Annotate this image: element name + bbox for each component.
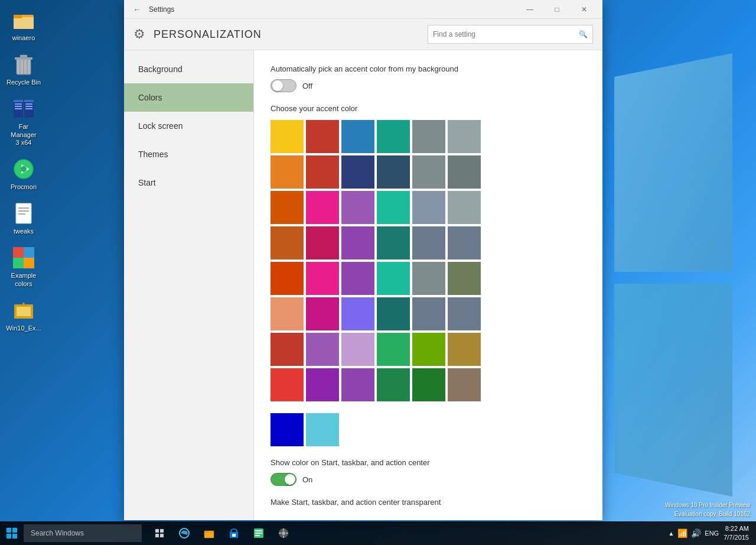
desktop-icon-winaero[interactable]: winaero	[3, 6, 44, 44]
color-swatch-r0c3[interactable]	[377, 120, 410, 153]
maximize-button[interactable]: □	[543, 0, 571, 19]
svg-marker-33	[21, 302, 26, 306]
auto-accent-label: Automatically pick an accent color from …	[271, 64, 586, 73]
desktop-icon-tweaks[interactable]: tweaks	[3, 199, 44, 238]
taskbar-explorer-button[interactable]	[197, 521, 221, 545]
color-swatch-r5c4[interactable]	[412, 297, 445, 330]
svg-point-56	[282, 531, 285, 535]
color-swatch-blue[interactable]	[271, 413, 304, 446]
color-swatch-r5c1[interactable]	[306, 297, 339, 330]
auto-accent-toggle[interactable]	[271, 79, 296, 92]
recycle-bin-icon	[12, 53, 35, 76]
color-swatch-r0c1[interactable]	[306, 120, 339, 153]
color-swatch-r1c2[interactable]	[341, 155, 374, 189]
minimize-button[interactable]: —	[516, 0, 543, 19]
taskbar-edge-button[interactable]	[172, 521, 196, 545]
color-swatch-r7c3[interactable]	[377, 368, 410, 401]
color-swatch-r0c2[interactable]	[341, 120, 374, 153]
settings-app-title: PERSONALIZATION	[154, 28, 262, 41]
tweaks-icon	[12, 202, 35, 225]
taskbar-clock[interactable]: 8:22 AM 7/7/2015	[724, 524, 751, 543]
color-swatch-r3c5[interactable]	[448, 226, 481, 259]
sidebar-item-themes[interactable]: Themes	[124, 140, 253, 168]
color-swatch-r2c2[interactable]	[341, 191, 374, 224]
desktop-icon-win10-ex[interactable]: Win10_Ex...	[3, 296, 44, 335]
color-swatch-r4c2[interactable]	[341, 262, 374, 295]
color-swatch-r1c1[interactable]	[306, 155, 339, 189]
taskbar-task-view-button[interactable]	[148, 521, 171, 545]
color-swatch-r6c4[interactable]	[412, 333, 445, 366]
color-swatch-r3c3[interactable]	[377, 226, 410, 259]
color-swatch-r2c4[interactable]	[412, 191, 445, 224]
color-swatch-r4c5[interactable]	[448, 262, 481, 295]
sidebar-item-background[interactable]: Background	[124, 55, 253, 83]
color-swatch-r6c3[interactable]	[377, 333, 410, 366]
svg-rect-12	[14, 100, 23, 102]
color-swatch-r3c4[interactable]	[412, 226, 445, 259]
sidebar-item-colors[interactable]: Colors	[124, 83, 253, 112]
start-button[interactable]	[0, 521, 24, 545]
desktop-icon-procmon[interactable]: Procmon	[3, 155, 44, 193]
color-swatch-r0c0[interactable]	[271, 120, 304, 153]
color-swatch-r5c3[interactable]	[377, 297, 410, 330]
close-button[interactable]: ✕	[571, 0, 598, 19]
color-swatch-r4c1[interactable]	[306, 262, 339, 295]
color-swatch-r4c4[interactable]	[412, 262, 445, 295]
color-swatch-r5c0[interactable]	[271, 297, 304, 330]
color-swatch-r0c4[interactable]	[412, 120, 445, 153]
color-swatch-r1c5[interactable]	[448, 155, 481, 189]
svg-rect-58	[283, 536, 284, 538]
color-swatch-r4c0[interactable]	[271, 262, 304, 295]
taskbar-app1-button[interactable]	[247, 521, 271, 545]
svg-rect-42	[155, 534, 159, 537]
taskbar-sys-icons: ▲ 📶 🔊 ENG	[668, 528, 719, 538]
show-color-toggle-label: On	[302, 475, 312, 484]
gear-icon: ⚙	[133, 27, 145, 42]
color-swatch-r7c1[interactable]	[306, 368, 339, 401]
desktop-icon-far-manager[interactable]: Far Manager 3 x64	[3, 95, 44, 149]
show-color-toggle[interactable]	[271, 473, 296, 486]
color-swatch-r5c5[interactable]	[448, 297, 481, 330]
color-swatch-r2c3[interactable]	[377, 191, 410, 224]
color-swatch-r6c5[interactable]	[448, 333, 481, 366]
taskbar-chevron-icon[interactable]: ▲	[668, 530, 674, 537]
color-swatch-r7c0[interactable]	[271, 368, 304, 401]
color-swatch-r2c1[interactable]	[306, 191, 339, 224]
color-swatch-r3c1[interactable]	[306, 226, 339, 259]
color-swatch-r0c5[interactable]	[448, 120, 481, 153]
back-button[interactable]: ←	[129, 1, 145, 18]
color-swatch-r6c0[interactable]	[271, 333, 304, 366]
taskbar-search-input[interactable]	[24, 524, 142, 542]
color-swatch-teal[interactable]	[306, 413, 339, 446]
settings-window: ← Settings — □ ✕ ⚙ PERSONALIZATION 🔍 Bac	[124, 0, 602, 520]
desktop-icon-recycle-bin[interactable]: Recycle Bin	[3, 50, 44, 89]
sidebar-item-start[interactable]: Start	[124, 168, 253, 197]
color-swatch-r1c3[interactable]	[377, 155, 410, 189]
color-swatch-r3c2[interactable]	[341, 226, 374, 259]
color-swatch-r7c2[interactable]	[341, 368, 374, 401]
color-swatch-r1c4[interactable]	[412, 155, 445, 189]
color-swatch-r2c5[interactable]	[448, 191, 481, 224]
desktop-icon-example-colors[interactable]: Example colors	[3, 244, 44, 290]
settings-content: Automatically pick an accent color from …	[254, 50, 602, 520]
color-swatch-r4c3[interactable]	[377, 262, 410, 295]
svg-rect-57	[283, 528, 284, 531]
settings-search-input[interactable]	[433, 30, 579, 38]
taskbar-store-button[interactable]	[222, 521, 246, 545]
taskbar-settings-app-button[interactable]	[272, 521, 295, 545]
color-swatch-r6c1[interactable]	[306, 333, 339, 366]
svg-rect-52	[255, 530, 262, 531]
svg-marker-35	[614, 284, 732, 497]
color-swatch-r1c0[interactable]	[271, 155, 304, 189]
color-swatch-r6c2[interactable]	[341, 333, 374, 366]
sidebar-item-lock-screen[interactable]: Lock screen	[124, 112, 253, 140]
svg-marker-34	[614, 53, 732, 272]
color-swatch-r7c4[interactable]	[412, 368, 445, 401]
svg-rect-38	[6, 534, 11, 538]
color-swatch-r2c0[interactable]	[271, 191, 304, 224]
color-swatch-r5c2[interactable]	[341, 297, 374, 330]
settings-search-box[interactable]: 🔍	[428, 25, 593, 44]
color-swatch-r7c5[interactable]	[448, 368, 481, 401]
back-arrow-icon: ←	[133, 5, 141, 14]
color-swatch-r3c0[interactable]	[271, 226, 304, 259]
